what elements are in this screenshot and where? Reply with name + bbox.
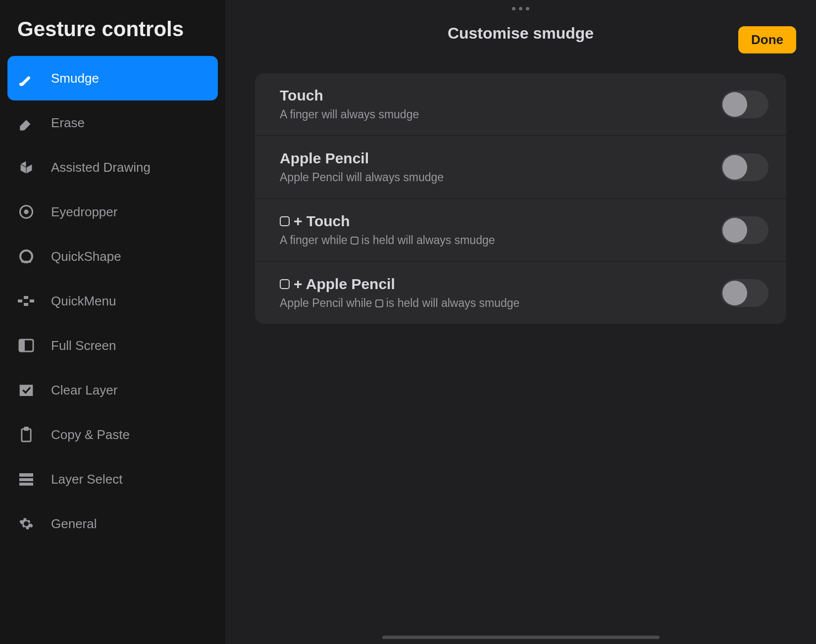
toggle-mod-touch[interactable] xyxy=(721,216,768,244)
row-subtitle: Apple Pencil will always smudge xyxy=(280,171,444,184)
main-panel: Customise smudge Done Touch A finger wil… xyxy=(225,0,816,644)
sidebar-item-full-screen[interactable]: Full Screen xyxy=(7,323,218,368)
quickmenu-icon xyxy=(16,296,36,306)
modifier-square-icon xyxy=(351,237,358,245)
sidebar-item-copy-paste[interactable]: Copy & Paste xyxy=(7,412,218,457)
sidebar-item-label: Full Screen xyxy=(51,338,116,353)
settings-group: Touch A finger will always smudge Apple … xyxy=(255,73,786,324)
check-square-icon xyxy=(16,382,36,398)
sidebar-item-label: Assisted Drawing xyxy=(51,160,151,175)
page-title: Customise smudge xyxy=(448,24,594,43)
svg-rect-7 xyxy=(30,299,34,302)
fullscreen-icon xyxy=(16,339,36,352)
toggle-mod-apple-pencil[interactable] xyxy=(721,279,768,307)
handle-dots-icon xyxy=(512,7,529,10)
sidebar-item-label: Layer Select xyxy=(51,472,123,487)
setting-row-touch: Touch A finger will always smudge xyxy=(255,73,786,136)
svg-rect-14 xyxy=(19,478,33,481)
row-title: Apple Pencil xyxy=(280,150,444,167)
sidebar-item-label: QuickMenu xyxy=(51,294,116,309)
sidebar-item-label: General xyxy=(51,516,97,532)
sidebar-item-erase[interactable]: Erase xyxy=(7,100,218,145)
sidebar-item-quickshape[interactable]: QuickShape xyxy=(7,234,218,279)
layers-icon xyxy=(16,472,36,486)
row-subtitle: Apple Pencil while is held will always s… xyxy=(280,297,519,310)
smudge-icon xyxy=(16,70,36,87)
sidebar-item-assisted-drawing[interactable]: Assisted Drawing xyxy=(7,145,218,190)
modifier-square-icon xyxy=(375,299,383,307)
drag-handle[interactable] xyxy=(225,0,816,10)
sidebar-item-layer-select[interactable]: Layer Select xyxy=(7,457,218,501)
setting-row-mod-apple-pencil: + Apple Pencil Apple Pencil while is hel… xyxy=(255,262,786,324)
svg-rect-5 xyxy=(24,296,28,299)
sidebar-item-clear-layer[interactable]: Clear Layer xyxy=(7,368,218,412)
svg-rect-4 xyxy=(18,299,22,302)
home-indicator xyxy=(382,636,660,639)
clipboard-icon xyxy=(16,427,36,443)
row-subtitle: A finger will always smudge xyxy=(280,108,419,121)
sidebar-item-quickmenu[interactable]: QuickMenu xyxy=(7,279,218,323)
sidebar-item-smudge[interactable]: Smudge xyxy=(7,56,218,100)
svg-rect-6 xyxy=(24,303,28,306)
quickshape-icon xyxy=(16,248,36,264)
row-subtitle: A finger while is held will always smudg… xyxy=(280,234,495,247)
sidebar-item-label: Smudge xyxy=(51,71,99,86)
gear-icon xyxy=(16,516,36,531)
sidebar-item-label: Copy & Paste xyxy=(51,427,130,443)
sidebar-item-label: Clear Layer xyxy=(51,383,117,398)
svg-rect-15 xyxy=(19,483,33,486)
row-title: Touch xyxy=(280,87,419,104)
eraser-icon xyxy=(16,114,36,131)
setting-row-mod-touch: + Touch A finger while is held will alwa… xyxy=(255,199,786,262)
sidebar-item-eyedropper[interactable]: Eyedropper xyxy=(7,190,218,234)
svg-rect-9 xyxy=(19,340,25,351)
sidebar-title: Gesture controls xyxy=(7,12,218,56)
done-button[interactable]: Done xyxy=(738,26,796,53)
main-header: Customise smudge Done xyxy=(225,10,816,62)
row-title: + Apple Pencil xyxy=(280,276,519,293)
sidebar-item-label: Erase xyxy=(51,115,85,131)
svg-point-2 xyxy=(25,210,28,213)
cube-icon xyxy=(16,159,36,175)
sidebar-item-label: QuickShape xyxy=(51,249,121,264)
svg-point-3 xyxy=(20,250,32,262)
setting-row-apple-pencil: Apple Pencil Apple Pencil will always sm… xyxy=(255,136,786,199)
svg-rect-12 xyxy=(25,427,28,430)
modifier-square-icon xyxy=(280,216,290,226)
toggle-apple-pencil[interactable] xyxy=(721,153,768,181)
row-title: + Touch xyxy=(280,213,495,230)
svg-rect-13 xyxy=(19,473,33,477)
sidebar-item-general[interactable]: General xyxy=(7,501,218,546)
svg-point-0 xyxy=(19,83,24,86)
modifier-square-icon xyxy=(280,279,290,289)
svg-rect-10 xyxy=(20,385,33,396)
svg-rect-11 xyxy=(22,429,31,442)
toggle-touch[interactable] xyxy=(721,91,768,118)
target-icon xyxy=(16,204,36,219)
sidebar: Gesture controls Smudge Erase Assisted D… xyxy=(0,0,225,644)
sidebar-item-label: Eyedropper xyxy=(51,204,117,220)
